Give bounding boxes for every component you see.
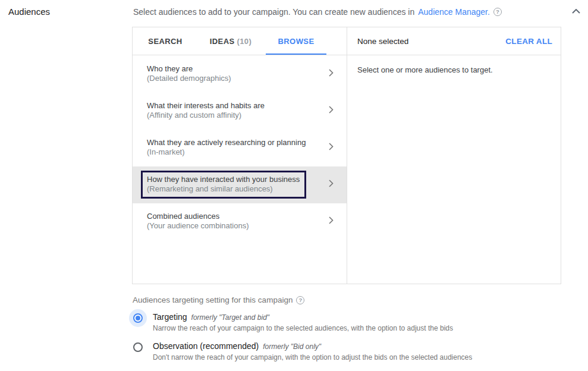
browse-row-remarketing[interactable]: How they have interacted with your busin… — [133, 166, 347, 203]
selection-status: None selected — [357, 37, 408, 46]
help-icon[interactable]: ? — [296, 296, 304, 304]
selection-empty-message: Select one or more audiences to target. — [347, 55, 561, 84]
tab-ideas[interactable]: IDEAS (10) — [198, 27, 263, 55]
tab-search[interactable]: SEARCH — [133, 27, 198, 55]
option-targeting-label: Targeting — [153, 312, 187, 322]
chevron-right-icon — [329, 143, 334, 150]
audience-manager-link[interactable]: Audience Manager. — [418, 6, 490, 18]
browse-category-list: Who they are (Detailed demographics) Wha… — [133, 55, 347, 240]
option-targeting-formerly: formerly "Target and bid" — [191, 313, 269, 322]
audiences-description: Select audiences to add to your campaign… — [133, 6, 502, 18]
option-observation-formerly: formerly "Bid only" — [263, 342, 321, 351]
selected-audiences-panel: None selected CLEAR ALL Select one or mo… — [347, 27, 561, 284]
browse-row-combined-audiences[interactable]: Combined audiences (Your audience combin… — [133, 203, 347, 240]
selection-annotation-box: How they have interacted with your busin… — [141, 171, 306, 199]
chevron-right-icon — [329, 106, 334, 114]
selection-header: None selected CLEAR ALL — [347, 27, 561, 55]
description-text: Select audiences to add to your campaign… — [133, 6, 414, 18]
tab-browse[interactable]: BROWSE — [263, 27, 329, 55]
targeting-options: Targeting formerly "Target and bid" Narr… — [129, 310, 581, 368]
radio-targeting[interactable] — [133, 313, 143, 323]
help-icon[interactable]: ? — [493, 8, 502, 16]
collapse-section-button[interactable] — [568, 4, 584, 18]
chevron-right-icon — [329, 216, 334, 224]
chevron-right-icon — [329, 69, 334, 77]
option-observation[interactable]: Observation (recommended) formerly "Bid … — [129, 339, 581, 361]
audience-tabs: SEARCH IDEAS (10) BROWSE — [133, 27, 347, 55]
chevron-up-icon — [572, 9, 580, 14]
option-targeting[interactable]: Targeting formerly "Target and bid" Narr… — [129, 310, 581, 332]
browse-row-interests-habits[interactable]: What their interests and habits are (Aff… — [133, 93, 347, 130]
audience-browse-panel: SEARCH IDEAS (10) BROWSE Who they are (D… — [133, 27, 347, 284]
section-title-audiences: Audiences — [8, 7, 50, 17]
browse-row-who-they-are[interactable]: Who they are (Detailed demographics) — [133, 56, 347, 93]
browse-row-in-market[interactable]: What they are actively researching or pl… — [133, 130, 347, 166]
audience-picker-card: SEARCH IDEAS (10) BROWSE Who they are (D… — [132, 27, 561, 284]
option-observation-description: Don't narrow the reach of your campaign,… — [153, 353, 472, 361]
chevron-right-icon — [329, 180, 334, 187]
ideas-count: (10) — [237, 37, 252, 46]
targeting-setting-heading: Audiences targeting setting for this cam… — [133, 295, 304, 304]
option-targeting-description: Narrow the reach of your campaign to the… — [153, 324, 453, 332]
option-observation-label: Observation (recommended) — [153, 341, 259, 351]
radio-observation[interactable] — [133, 342, 143, 352]
clear-all-button[interactable]: CLEAR ALL — [505, 37, 552, 46]
